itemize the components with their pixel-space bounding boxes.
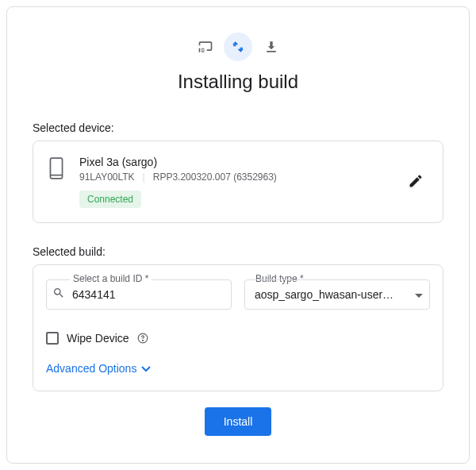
svg-point-3 [142,340,143,341]
device-fingerprint: RPP3.200320.007 (6352963) [153,171,277,183]
install-button[interactable]: Install [205,407,272,436]
advanced-options-label: Advanced Options [46,362,136,375]
build-id-label: Select a build ID * [70,273,152,284]
device-serial: 91LAY00LTK [79,171,135,183]
install-build-card: Installing build Selected device: Pixel … [6,6,470,464]
build-type-value: aosp_sargo_hwasan-user… [255,288,393,301]
advanced-options-button[interactable]: Advanced Options [46,362,151,375]
step-indicator [33,33,443,61]
phone-icon [49,157,65,179]
tablet-step-icon [197,39,213,55]
build-card: Select a build ID * Build type * aosp_sa… [33,264,443,391]
build-fields-row: Select a build ID * Build type * aosp_sa… [46,279,430,310]
device-meta: 91LAY00LTK | RPP3.200320.007 (6352963) [79,171,390,183]
device-name: Pixel 3a (sargo) [79,156,390,168]
help-icon[interactable] [137,333,148,344]
wipe-device-row: Wipe Device [46,332,430,345]
selected-device-label: Selected device: [33,121,443,134]
pencil-icon [408,179,424,191]
search-icon [52,287,65,302]
edit-device-button[interactable] [405,170,427,195]
caret-down-icon [415,288,423,301]
device-card: Pixel 3a (sargo) 91LAY00LTK | RPP3.20032… [33,141,443,223]
merge-step-icon [224,33,252,61]
chevron-down-icon [141,362,151,375]
status-badge: Connected [79,191,141,208]
download-step-icon [263,39,279,55]
device-info: Pixel 3a (sargo) 91LAY00LTK | RPP3.20032… [79,156,390,208]
wipe-device-checkbox[interactable] [46,332,59,345]
build-type-field-wrap: Build type * aosp_sargo_hwasan-user… [244,279,430,310]
selected-build-label: Selected build: [33,245,443,258]
page-title: Installing build [33,71,443,93]
wipe-device-label: Wipe Device [67,332,129,345]
build-type-select[interactable]: aosp_sargo_hwasan-user… [244,279,430,310]
meta-separator: | [143,171,145,183]
build-id-field-wrap: Select a build ID * [46,279,232,310]
